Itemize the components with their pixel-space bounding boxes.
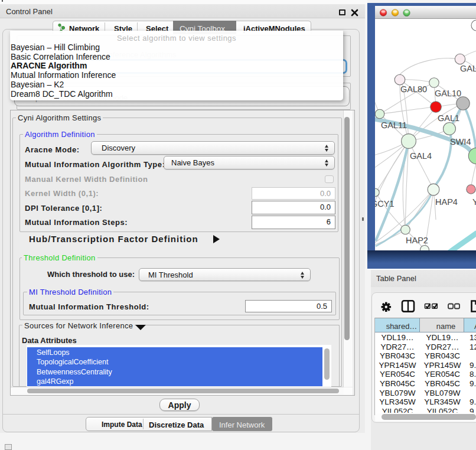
svg-text:HAP4: HAP4 (435, 198, 458, 207)
svg-text:GAL: GAL (460, 64, 476, 74)
svg-text:GAL80: GAL80 (400, 85, 427, 94)
svg-text:GAL10: GAL10 (435, 89, 461, 99)
svg-text:GAL4: GAL4 (410, 152, 432, 161)
svg-text:GCY1: GCY1 (375, 200, 395, 209)
svg-text:Y: Y (472, 198, 476, 207)
svg-text:GAL1: GAL1 (438, 114, 459, 123)
svg-text:GAL11: GAL11 (381, 121, 407, 131)
svg-text:SWI4: SWI4 (450, 138, 471, 147)
svg-text:HAP2: HAP2 (406, 236, 428, 246)
